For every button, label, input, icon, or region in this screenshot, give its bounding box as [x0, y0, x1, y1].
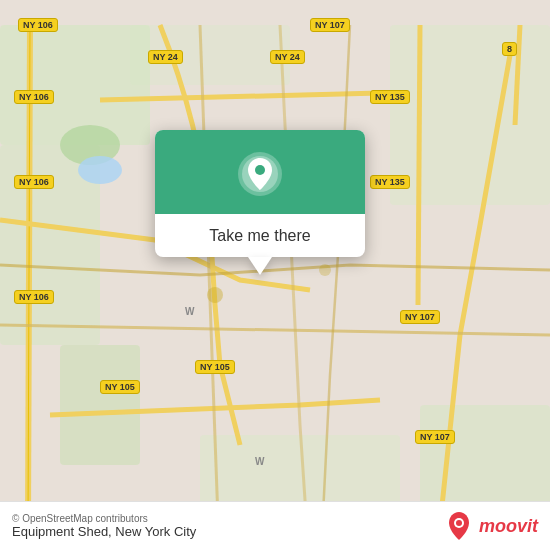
osm-credit: © OpenStreetMap contributors: [12, 513, 196, 524]
moovit-icon: [443, 510, 475, 542]
road-label-ny106-2: NY 106: [14, 90, 54, 104]
road-label-ny106-1: NY 106: [18, 18, 58, 32]
popup-label: Take me there: [155, 214, 365, 245]
popup-tail: [248, 257, 272, 275]
map-container: W W NY 106 NY 107 NY 24 NY 24 NY 106 NY …: [0, 0, 550, 550]
moovit-text: moovit: [479, 516, 538, 537]
location-name: Equipment Shed, New York City: [12, 524, 196, 539]
location-pin-icon: [236, 150, 284, 198]
svg-point-18: [456, 520, 462, 526]
road-label-ny24-2: NY 24: [270, 50, 305, 64]
moovit-logo[interactable]: moovit: [443, 510, 538, 542]
road-label-ny106-4: NY 106: [14, 290, 54, 304]
svg-point-11: [319, 264, 331, 276]
map-background: W W: [0, 0, 550, 550]
road-label-ny105-2: NY 105: [100, 380, 140, 394]
road-label-ny107-1: NY 107: [310, 18, 350, 32]
svg-rect-5: [390, 25, 550, 205]
road-label-ny135-2: NY 135: [370, 175, 410, 189]
svg-text:W: W: [185, 306, 195, 317]
bottom-bar: © OpenStreetMap contributors Equipment S…: [0, 501, 550, 550]
road-label-ny135-1: NY 135: [370, 90, 410, 104]
bottom-left-info: © OpenStreetMap contributors Equipment S…: [12, 513, 196, 539]
popup-header: [155, 130, 365, 214]
svg-point-16: [255, 165, 265, 175]
road-label-ny107-2: NY 107: [400, 310, 440, 324]
svg-text:W: W: [255, 456, 265, 467]
road-label-8: 8: [502, 42, 517, 56]
road-label-ny106-3: NY 106: [14, 175, 54, 189]
road-label-ny107-3: NY 107: [415, 430, 455, 444]
svg-rect-3: [60, 345, 140, 465]
svg-rect-1: [0, 25, 150, 145]
svg-point-10: [207, 287, 223, 303]
road-label-ny24-1: NY 24: [148, 50, 183, 64]
popup-card[interactable]: Take me there: [155, 130, 365, 257]
road-label-ny105-1: NY 105: [195, 360, 235, 374]
svg-point-9: [78, 156, 122, 184]
